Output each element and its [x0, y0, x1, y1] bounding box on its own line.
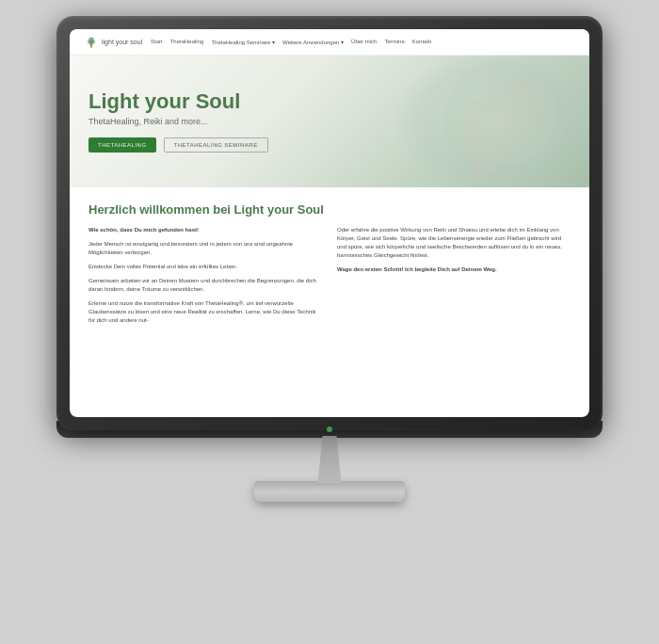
logo-text: light your soul: [102, 39, 142, 45]
col1-p1: Wie schön, dass Du mich gefunden hast!: [88, 226, 322, 234]
monitor: light your soul Start ThetaHealing Theta…: [38, 16, 621, 628]
monitor-inner-bezel: light your soul Start ThetaHealing Theta…: [70, 29, 589, 417]
thetahealing-button[interactable]: THETAHEALING: [88, 137, 156, 153]
welcome-title: Herzlich willkommen bei Light your Soul: [88, 202, 571, 217]
main-content: Herzlich willkommen bei Light your Soul …: [70, 187, 589, 346]
nav-ueber-mich[interactable]: Über mich: [351, 39, 377, 45]
hero-section: Light your Soul ThetaHealing, Reiki and …: [70, 56, 589, 187]
hero-buttons: THETAHEALING THETAHEALING SEMINARE: [88, 137, 268, 153]
content-col-left: Wie schön, dass Du mich gefunden hast! J…: [88, 226, 322, 330]
col2-p1: Oder erfahre die positive Wirkung von Re…: [337, 226, 571, 260]
nav-start[interactable]: Start: [151, 39, 163, 45]
screen: light your soul Start ThetaHealing Theta…: [70, 29, 589, 417]
col1-p2: Jeder Mensch ist einzigartig und besonde…: [88, 240, 322, 257]
col1-p3: Entdecke Dein volles Potential und lebe …: [88, 263, 322, 271]
monitor-stand-base: [254, 481, 405, 502]
col1-p4: Gemeinsam arbeiten wir an Deinen Mustern…: [88, 277, 322, 294]
monitor-stand-neck: [306, 436, 353, 483]
nav-links: Start ThetaHealing ThetaHealing Seminare…: [151, 39, 431, 45]
hero-hand-image: [410, 56, 571, 187]
nav-kontakt[interactable]: Kontakt: [412, 39, 431, 45]
hero-subtitle: ThetaHealing, Reiki and more...: [88, 117, 268, 126]
nav-thetahealing[interactable]: ThetaHealing: [170, 39, 204, 45]
monitor-bezel: light your soul Start ThetaHealing Theta…: [56, 16, 603, 430]
hero-content: Light your Soul ThetaHealing, Reiki and …: [88, 90, 268, 153]
content-col-right: Oder erfahre die positive Wirkung von Re…: [337, 226, 571, 330]
nav-thetahealing-seminare[interactable]: ThetaHealing Seminare: [211, 39, 275, 45]
tree-icon: [85, 36, 98, 49]
hero-title: Light your Soul: [88, 90, 268, 113]
thetahealing-seminare-button[interactable]: THETAHEALING SEMINARE: [164, 137, 268, 153]
col1-p5: Erlerne und nutze die transformative Kra…: [88, 299, 322, 325]
site-nav: light your soul Start ThetaHealing Theta…: [70, 29, 589, 56]
site-logo: light your soul: [85, 36, 151, 49]
power-indicator: [327, 427, 332, 432]
col1-p1-strong: Wie schön, dass Du mich gefunden hast!: [88, 227, 199, 233]
svg-rect-4: [90, 44, 91, 48]
col2-p2-strong: Wage den ersten Schritt! Ich begleite Di…: [337, 266, 497, 272]
nav-termine[interactable]: Termine: [384, 39, 404, 45]
content-columns: Wie schön, dass Du mich gefunden hast! J…: [88, 226, 571, 330]
col2-p2: Wage den ersten Schritt! Ich begleite Di…: [337, 266, 571, 274]
nav-weitere[interactable]: Weitere Anwendungen: [282, 39, 344, 45]
